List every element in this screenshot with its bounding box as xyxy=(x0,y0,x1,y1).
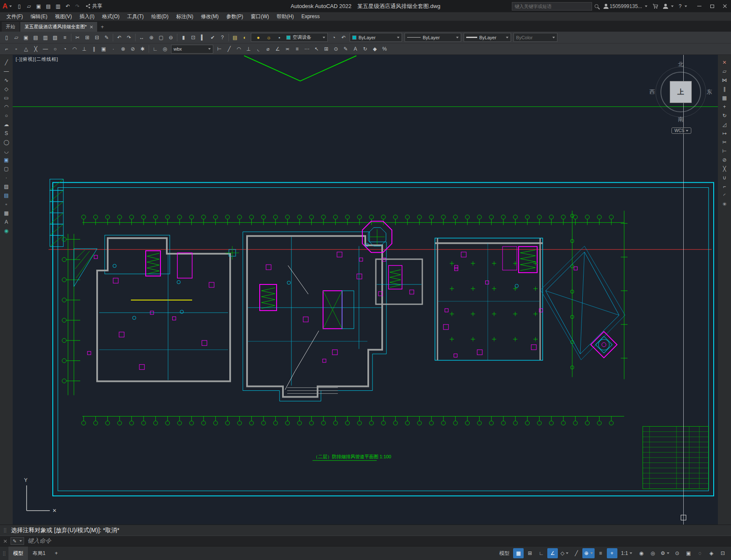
line-tool[interactable]: ╱ xyxy=(2,58,11,67)
mtext-tool[interactable]: A xyxy=(2,218,11,226)
open-file-icon[interactable]: ▱ xyxy=(11,33,21,42)
hatch-tool[interactable]: ▨ xyxy=(2,182,11,191)
measure-tool[interactable]: ◉ xyxy=(2,227,11,235)
snap-icon[interactable]: ⊞ xyxy=(524,548,535,558)
title-block[interactable] xyxy=(643,426,709,489)
redo-icon[interactable]: ↷ xyxy=(73,2,82,11)
osnap-icon[interactable]: ⊕ xyxy=(582,548,594,558)
spline-tool[interactable]: S xyxy=(2,129,11,138)
layer-dropdown[interactable]: ●☼▪ 空调设备 xyxy=(251,33,328,42)
close-icon[interactable] xyxy=(3,539,7,543)
zoom-realtime-icon[interactable]: ⊕ xyxy=(147,33,156,42)
osnap-midpoint-icon[interactable]: △ xyxy=(21,44,31,54)
quick-dim-icon[interactable]: ≍ xyxy=(283,44,292,54)
copy-clip-icon[interactable]: ⊞ xyxy=(82,33,92,42)
dim-ordinate-icon[interactable]: ⊥ xyxy=(244,44,253,54)
redo-icon[interactable]: ↷ xyxy=(124,33,134,42)
layer-previous-icon[interactable]: ↶ xyxy=(339,33,348,42)
dim-text-edit-icon[interactable]: A xyxy=(351,44,360,54)
lineweight-dropdown[interactable]: ByLayer xyxy=(464,33,511,42)
fillet-tool[interactable]: ◜ xyxy=(720,191,729,200)
new-file-icon[interactable]: ▯ xyxy=(14,2,24,11)
match-properties-icon[interactable]: ✎ xyxy=(102,33,111,42)
search-button[interactable] xyxy=(592,0,601,12)
minimize-button[interactable] xyxy=(693,0,706,12)
dim-radius-icon[interactable]: ◟ xyxy=(253,44,263,54)
menu-item[interactable]: 标注(N) xyxy=(172,12,197,21)
building-center[interactable] xyxy=(226,221,392,401)
quick-properties-icon[interactable]: ▣ xyxy=(683,548,694,558)
plotstyle-dropdown[interactable]: ByColor xyxy=(514,33,557,42)
dim-style-icon[interactable]: ◆ xyxy=(370,44,380,54)
plot-icon[interactable]: ▥ xyxy=(53,2,63,11)
gradient-tool[interactable]: ▤ xyxy=(2,191,11,200)
polyline-tool[interactable]: ∿ xyxy=(2,76,11,84)
break-tool[interactable]: ╳ xyxy=(720,165,729,173)
building-wing[interactable] xyxy=(541,246,625,360)
osnap-none-icon[interactable]: ⊘ xyxy=(128,44,138,54)
building-right[interactable] xyxy=(435,238,543,360)
object-color-dropdown[interactable]: ByLayer xyxy=(350,33,402,42)
new-file-icon[interactable]: ▯ xyxy=(2,33,11,42)
make-block-tool[interactable]: ▢ xyxy=(2,165,11,173)
polygon-tool[interactable]: ◇ xyxy=(2,85,11,93)
plot-icon[interactable]: ▥ xyxy=(41,33,50,42)
osnap-intersection-icon[interactable]: ╳ xyxy=(31,44,41,54)
designcenter-icon[interactable]: ⊡ xyxy=(188,33,198,42)
tab-start[interactable]: 开始 xyxy=(2,22,19,32)
dim-update-icon[interactable]: ↻ xyxy=(360,44,370,54)
otrack-icon[interactable]: ╱ xyxy=(571,548,582,558)
viewcube-top-face[interactable]: 上 xyxy=(670,81,692,103)
dim-linear-icon[interactable]: ⊢ xyxy=(215,44,224,54)
account-button[interactable]: 1505999135... xyxy=(601,0,650,12)
clean-screen-icon[interactable]: ⊡ xyxy=(717,548,728,558)
osnap-center-icon[interactable]: ○ xyxy=(50,44,60,54)
app-store-button[interactable] xyxy=(650,0,660,12)
osnap-from-icon[interactable]: ⌐ xyxy=(2,44,11,54)
dim-continue-icon[interactable]: ⋯ xyxy=(302,44,312,54)
annotation-visibility-icon[interactable]: ◉ xyxy=(636,548,647,558)
trim-tool[interactable]: ✂ xyxy=(720,138,729,146)
osnap-quadrant-icon[interactable]: ◔ xyxy=(60,44,70,54)
offset-tool[interactable]: ∥ xyxy=(720,85,729,93)
new-layout-button[interactable]: + xyxy=(50,546,63,560)
compass-south-label[interactable]: 南 xyxy=(678,116,684,123)
compass-north-label[interactable]: 北 xyxy=(678,61,684,68)
command-input-row[interactable]: ✎ 键入命令 xyxy=(0,536,731,546)
menu-item[interactable]: 编辑(E) xyxy=(27,12,51,21)
annotation-scale-button[interactable]: 1:1 xyxy=(618,548,636,558)
osnap-node-icon[interactable]: ∙ xyxy=(109,44,118,54)
circle-tool[interactable]: ○ xyxy=(2,111,11,120)
graphics-performance-icon[interactable]: ◈ xyxy=(706,548,717,558)
zoom-window-icon[interactable]: ▢ xyxy=(156,33,166,42)
copy-tool[interactable]: ▱ xyxy=(720,67,729,76)
join-tool[interactable]: ∪ xyxy=(720,173,729,182)
cut-icon[interactable]: ✂ xyxy=(73,33,82,42)
move-tool[interactable]: + xyxy=(720,103,729,111)
dim-arc-icon[interactable]: ◠ xyxy=(234,44,244,54)
osnap-insert-icon[interactable]: ▣ xyxy=(99,44,109,54)
rotate-tool[interactable]: ↻ xyxy=(720,111,729,120)
viewport-controls[interactable]: [-][俯视][二维线框] xyxy=(16,56,58,62)
command-input-placeholder[interactable]: 键入命令 xyxy=(27,537,51,545)
rectangle-tool[interactable]: ▭ xyxy=(2,94,11,102)
wcs-menu[interactable]: WCS xyxy=(671,127,691,134)
workspace-gear-icon[interactable]: ⚙ xyxy=(659,548,671,558)
community-button[interactable] xyxy=(660,0,676,12)
osnap-perpendicular-icon[interactable]: ⊥ xyxy=(79,44,89,54)
layer-on-icon[interactable]: ● xyxy=(253,33,263,42)
close-button[interactable] xyxy=(718,0,731,12)
save-icon[interactable]: ▣ xyxy=(34,2,43,11)
new-tab-button[interactable]: + xyxy=(98,22,106,32)
autocad-logo-icon[interactable]: A xyxy=(0,0,14,12)
markup-icon[interactable]: ✔ xyxy=(208,33,217,42)
ucs-icon[interactable]: ∟ xyxy=(150,44,160,54)
layer-thaw-icon[interactable]: ☼ xyxy=(264,33,274,42)
revision-cloud-tool[interactable]: ☁ xyxy=(2,120,11,129)
layer-lock-icon[interactable]: ▪ xyxy=(274,33,284,42)
save-icon[interactable]: ▣ xyxy=(21,33,31,42)
help-icon[interactable]: ? xyxy=(217,33,227,42)
point-tool[interactable]: ∙ xyxy=(2,173,11,182)
isolate-objects-icon[interactable]: ◌ xyxy=(695,548,705,558)
region-tool[interactable]: ▫ xyxy=(2,200,11,208)
